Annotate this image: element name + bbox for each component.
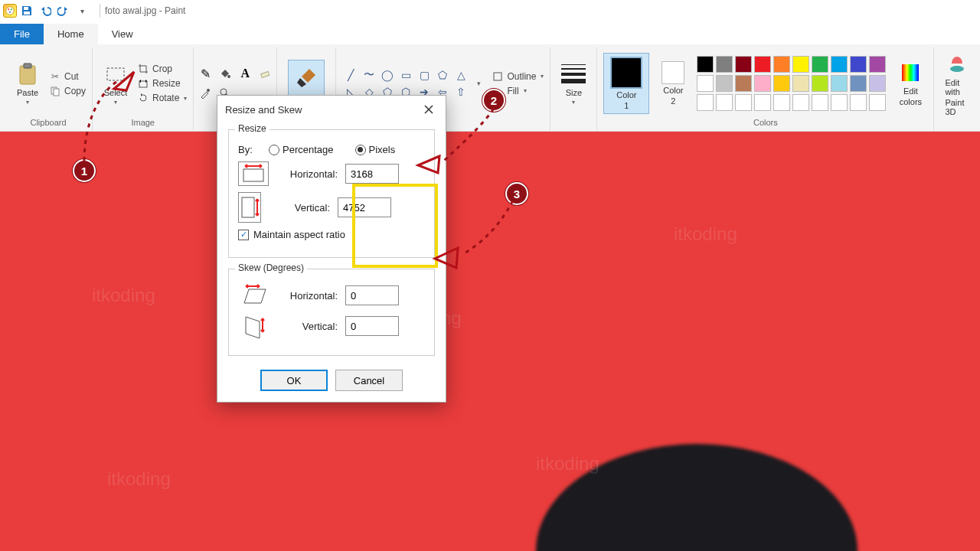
color-swatch[interactable] — [754, 56, 771, 73]
save-icon[interactable] — [20, 4, 34, 18]
dialog-titlebar[interactable]: Resize and Skew — [217, 96, 446, 123]
pencil-tool[interactable]: ✎ — [197, 65, 214, 82]
radio-percentage[interactable]: Percentage — [269, 144, 334, 155]
color-swatch[interactable] — [869, 94, 886, 111]
shape-polygon[interactable]: ⬠ — [434, 67, 451, 83]
fill-tool[interactable] — [217, 65, 234, 82]
color-swatch[interactable] — [850, 75, 867, 92]
color-swatch[interactable] — [850, 94, 867, 111]
eraser-tool[interactable] — [256, 65, 273, 82]
svg-point-14 — [207, 89, 210, 92]
color-swatch[interactable] — [697, 94, 714, 111]
fill-label: Fill — [507, 86, 518, 96]
shape-rect[interactable]: ▭ — [397, 67, 414, 83]
chevron-down-icon: ▾ — [572, 99, 575, 106]
dialog-title: Resize and Skew — [225, 104, 302, 116]
color-swatch[interactable] — [754, 75, 771, 92]
color-swatch[interactable] — [697, 56, 714, 73]
undo-icon[interactable] — [38, 4, 52, 18]
shape-arrow-up[interactable]: ⇧ — [452, 84, 469, 99]
edit-colors-label1: Edit — [903, 86, 918, 96]
svg-point-3 — [9, 11, 11, 13]
ok-button[interactable]: OK — [260, 370, 328, 391]
skew-horizontal-input[interactable] — [345, 285, 399, 305]
pixels-label: Pixels — [369, 144, 396, 155]
paint3d-icon — [945, 52, 969, 77]
resize-v-icon — [238, 192, 261, 223]
shape-line[interactable]: ╱ — [342, 67, 359, 83]
color-swatch[interactable] — [831, 94, 848, 111]
annotation-path-3 — [459, 199, 521, 260]
color-swatch[interactable] — [735, 75, 752, 92]
color-swatch[interactable] — [716, 94, 733, 111]
svg-point-12 — [227, 75, 230, 78]
edit-colors-button[interactable]: Edit colors — [893, 57, 927, 109]
color-swatch[interactable] — [831, 56, 848, 73]
tab-file[interactable]: File — [0, 24, 44, 44]
paint3d-button[interactable]: Edit with Paint 3D — [940, 49, 974, 119]
window-title: foto awal.jpg - Paint — [105, 5, 185, 16]
text-tool[interactable]: A — [237, 65, 253, 82]
maintain-aspect-checkbox[interactable]: ✓Maintain aspect ratio — [238, 229, 345, 240]
qat-dropdown-icon[interactable]: ▾ — [75, 4, 89, 18]
canvas[interactable]: itkoding itkoding itkoding itkoding itko… — [0, 132, 980, 551]
color-swatch[interactable] — [735, 56, 752, 73]
color-swatch[interactable] — [716, 56, 733, 73]
color-picker-tool[interactable] — [197, 85, 214, 102]
paste-button[interactable]: Paste ▾ — [11, 59, 44, 109]
annotation-path-2 — [440, 107, 501, 168]
skew-vertical-input[interactable] — [345, 316, 399, 336]
tab-view[interactable]: View — [98, 24, 147, 44]
shape-roundrect[interactable]: ▢ — [416, 67, 433, 83]
color-swatch[interactable] — [773, 56, 790, 73]
shape-oval[interactable]: ◯ — [379, 67, 396, 83]
color-swatch[interactable] — [697, 75, 714, 92]
shape-curve[interactable]: 〜 — [361, 67, 377, 83]
close-button[interactable] — [420, 100, 438, 119]
shapes-more-icon[interactable]: ▾ — [477, 80, 481, 87]
svg-rect-9 — [54, 89, 59, 96]
color-swatch[interactable] — [869, 75, 886, 92]
size-button[interactable]: Size ▾ — [557, 59, 590, 109]
tab-home[interactable]: Home — [44, 24, 98, 44]
color-swatch[interactable] — [792, 94, 809, 111]
svg-rect-20 — [242, 197, 254, 217]
outline-icon — [492, 70, 504, 83]
color1-button[interactable]: Color 1 — [603, 53, 649, 114]
color-swatch[interactable] — [754, 94, 771, 111]
clipboard-group-label: Clipboard — [30, 118, 66, 129]
shape-triangle[interactable]: △ — [452, 67, 469, 83]
chevron-down-icon: ▾ — [541, 73, 544, 80]
outline-button[interactable]: Outline▾ — [492, 70, 544, 83]
color-swatch[interactable] — [850, 56, 867, 73]
checkbox-icon: ✓ — [238, 230, 249, 240]
color-swatch[interactable] — [869, 56, 886, 73]
redo-icon[interactable] — [57, 4, 70, 18]
ribbon-tabs: File Home View — [0, 21, 980, 44]
radio-pixels[interactable]: Pixels — [355, 144, 396, 155]
color-swatch[interactable] — [792, 75, 809, 92]
cancel-button[interactable]: Cancel — [335, 370, 403, 391]
color-swatch[interactable] — [812, 56, 828, 73]
color-swatch[interactable] — [812, 94, 828, 111]
svg-rect-4 — [24, 7, 28, 10]
resize-horizontal-input[interactable] — [345, 164, 399, 184]
paste-label: Paste — [17, 88, 38, 97]
color-swatch[interactable] — [735, 94, 752, 111]
crop-button[interactable]: Crop — [137, 63, 187, 75]
color-swatch[interactable] — [812, 75, 828, 92]
color-swatch[interactable] — [773, 94, 790, 111]
color-swatch[interactable] — [792, 56, 809, 73]
skew-fieldset: Skew (Degrees) Horizontal: Vertical: — [228, 269, 435, 356]
resize-vertical-input[interactable] — [338, 197, 391, 217]
color-swatch[interactable] — [773, 75, 790, 92]
color-swatch[interactable] — [831, 75, 848, 92]
color-swatch[interactable] — [716, 75, 733, 92]
paint3d-label2: Paint 3D — [945, 98, 969, 116]
group-size: Size ▾ — [550, 47, 597, 131]
chevron-down-icon: ▾ — [184, 95, 187, 102]
annotation-arrow-2 — [415, 153, 443, 176]
annotation-arrow-3 — [432, 245, 462, 271]
window-titlebar: ▾ foto awal.jpg - Paint — [0, 0, 980, 21]
color2-button[interactable]: Color 2 — [657, 58, 689, 109]
